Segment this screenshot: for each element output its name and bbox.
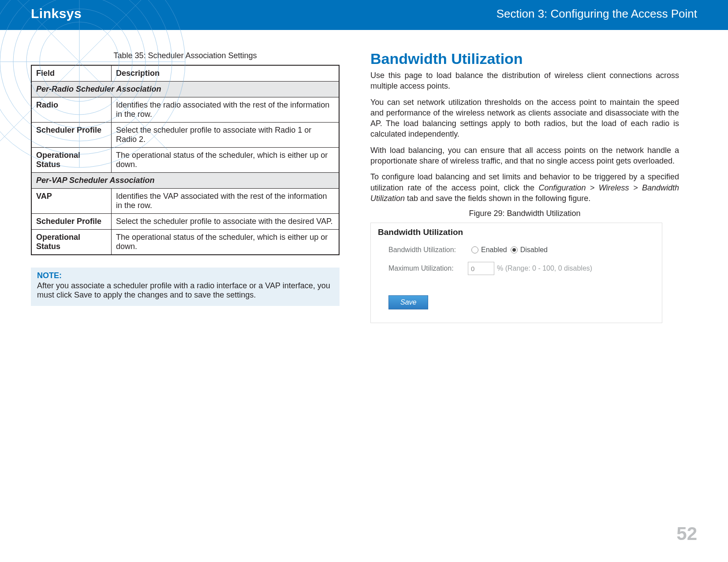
body-text: Use this page to load balance the distri…: [370, 70, 679, 92]
table-section-row: Per-Radio Scheduler Association: [31, 82, 339, 97]
table-row: Operational Status The operational statu…: [31, 148, 339, 173]
field-row-bandwidth-utilization: Bandwidth Utilization: Enabled Disabled: [388, 246, 644, 254]
figure-body: Bandwidth Utilization: Enabled Disabled …: [371, 246, 662, 323]
table-row: Scheduler Profile Select the scheduler p…: [31, 214, 339, 230]
body-text-part: tab and save the fields shown in the fol…: [405, 194, 590, 203]
table-header-row: Field Description: [31, 65, 339, 82]
cell-desc: The operational status of the scheduler,…: [112, 230, 340, 255]
table-section-row: Per-VAP Scheduler Association: [31, 173, 339, 189]
section-per-vap: Per-VAP Scheduler Association: [31, 173, 339, 189]
figure-caption: Figure 29: Bandwidth Utilization: [370, 209, 679, 218]
note-box: NOTE: After you associate a scheduler pr…: [31, 268, 340, 306]
page-number: 52: [676, 523, 697, 544]
field-hint: % (Range: 0 - 100, 0 disables): [497, 264, 592, 272]
right-column: Bandwidth Utilization Use this page to l…: [370, 43, 679, 323]
field-row-maximum-utilization: Maximum Utilization: % (Range: 0 - 100, …: [388, 262, 644, 275]
col-header-field: Field: [31, 65, 112, 82]
body-text: To configure load balancing and set limi…: [370, 171, 679, 204]
col-header-description: Description: [112, 65, 340, 82]
radio-disabled-label: Disabled: [520, 246, 548, 254]
field-label: Maximum Utilization:: [388, 264, 468, 272]
table-row: Radio Identifies the radio associated wi…: [31, 97, 339, 123]
table-row: VAP Identifies the VAP associated with t…: [31, 189, 339, 214]
body-text: With load balancing, you can ensure that…: [370, 145, 679, 167]
max-utilization-input[interactable]: [468, 262, 494, 275]
left-column: Table 35: Scheduler Association Settings…: [31, 43, 340, 323]
cell-desc: Select the scheduler profile to associat…: [112, 214, 340, 230]
note-body: After you associate a scheduler profile …: [37, 281, 333, 300]
cell-label: Radio: [31, 97, 112, 123]
table-caption: Table 35: Scheduler Association Settings: [31, 51, 340, 60]
page-title: Bandwidth Utilization: [370, 50, 679, 67]
figure-bandwidth-utilization: Bandwidth Utilization Bandwidth Utilizat…: [370, 223, 662, 323]
page-header: Linksys Section 3: Configuring the Acces…: [0, 0, 728, 30]
cell-label: Scheduler Profile: [31, 214, 112, 230]
cell-label: Scheduler Profile: [31, 123, 112, 148]
note-title: NOTE:: [37, 271, 333, 280]
section-per-radio: Per-Radio Scheduler Association: [31, 82, 339, 97]
page-body: Table 35: Scheduler Association Settings…: [0, 30, 728, 323]
radio-enabled-label: Enabled: [481, 246, 507, 254]
cell-label: Operational Status: [31, 230, 112, 255]
radio-enabled[interactable]: [471, 246, 478, 253]
radio-disabled[interactable]: [511, 246, 518, 253]
cell-desc: The operational status of the scheduler,…: [112, 148, 340, 173]
body-text: You can set network utilization threshol…: [370, 97, 679, 140]
section-breadcrumb: Section 3: Configuring the Access Point: [497, 7, 697, 21]
brand-label: Linksys: [31, 6, 82, 21]
figure-title: Bandwidth Utilization: [371, 223, 662, 246]
save-button[interactable]: Save: [388, 295, 428, 309]
table-row: Scheduler Profile Select the scheduler p…: [31, 123, 339, 148]
field-label: Bandwidth Utilization:: [388, 246, 468, 254]
cell-label: Operational Status: [31, 148, 112, 173]
cell-desc: Identifies the radio associated with the…: [112, 97, 340, 123]
cell-desc: Identifies the VAP associated with the r…: [112, 189, 340, 214]
scheduler-association-table: Field Description Per-Radio Scheduler As…: [31, 65, 340, 255]
cell-label: VAP: [31, 189, 112, 214]
table-row: Operational Status The operational statu…: [31, 230, 339, 255]
cell-desc: Select the scheduler profile to associat…: [112, 123, 340, 148]
